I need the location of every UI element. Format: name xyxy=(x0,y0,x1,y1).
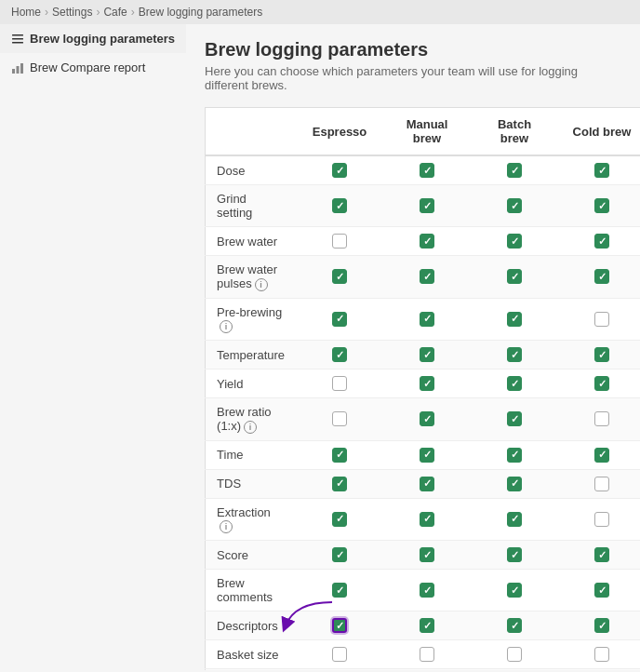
checkbox-espresso[interactable] xyxy=(332,618,347,633)
cell-espresso xyxy=(296,298,383,341)
checkbox-manual[interactable] xyxy=(420,647,434,662)
checkbox-manual[interactable] xyxy=(420,163,434,178)
checkbox-espresso[interactable] xyxy=(332,376,347,391)
row-label-grind-setting: Grind setting xyxy=(206,185,296,227)
cell-cold xyxy=(558,570,640,612)
cell-manual xyxy=(383,440,471,469)
checkbox-manual[interactable] xyxy=(420,448,434,463)
breadcrumb-cafe[interactable]: Cafe xyxy=(103,6,127,19)
checkbox-batch[interactable] xyxy=(507,512,522,527)
checkbox-espresso[interactable] xyxy=(332,163,347,178)
checkbox-batch[interactable] xyxy=(507,163,522,178)
sidebar-item-brew-compare[interactable]: Brew Compare report xyxy=(0,53,186,82)
cell-manual xyxy=(383,227,471,256)
cell-espresso xyxy=(296,498,383,541)
col-header-param xyxy=(206,108,296,156)
checkbox-espresso[interactable] xyxy=(332,198,347,213)
checkbox-batch[interactable] xyxy=(507,312,522,327)
checkbox-espresso[interactable] xyxy=(332,448,347,463)
checkbox-manual[interactable] xyxy=(420,583,434,598)
checkbox-batch[interactable] xyxy=(507,477,522,491)
checkbox-espresso[interactable] xyxy=(332,583,347,598)
cell-manual xyxy=(383,398,471,441)
cell-cold xyxy=(558,612,640,640)
cell-espresso xyxy=(296,440,383,469)
checkbox-espresso[interactable] xyxy=(332,312,347,327)
cell-cold xyxy=(558,227,640,256)
sidebar-item-brew-logging[interactable]: Brew logging parameters xyxy=(0,24,186,53)
checkbox-manual[interactable] xyxy=(420,269,434,284)
breadcrumb: Home › Settings › Cafe › Brew logging pa… xyxy=(0,0,640,24)
checkbox-batch[interactable] xyxy=(507,234,522,249)
checkbox-espresso[interactable] xyxy=(332,234,347,249)
checkbox-manual[interactable] xyxy=(420,618,434,633)
cell-cold xyxy=(558,298,640,341)
checkbox-cold[interactable] xyxy=(594,411,609,426)
checkbox-cold[interactable] xyxy=(594,234,609,249)
cell-manual xyxy=(383,298,471,341)
checkbox-cold[interactable] xyxy=(594,448,609,463)
checkbox-batch[interactable] xyxy=(507,618,522,633)
checkbox-batch[interactable] xyxy=(507,547,522,562)
checkbox-espresso[interactable] xyxy=(332,512,347,527)
row-label-pressure: Pressure xyxy=(206,669,296,670)
checkbox-batch[interactable] xyxy=(507,198,522,213)
checkbox-manual[interactable] xyxy=(420,312,434,327)
sidebar: Brew logging parameters Brew Compare rep… xyxy=(0,24,186,670)
checkbox-cold[interactable] xyxy=(594,618,609,633)
breadcrumb-home[interactable]: Home xyxy=(11,6,41,19)
checkbox-batch[interactable] xyxy=(507,647,522,662)
row-label-brew-comments: Brew comments xyxy=(206,570,296,612)
table-row: Extractioni xyxy=(206,498,640,541)
svg-rect-2 xyxy=(12,42,23,44)
cell-batch xyxy=(471,570,558,612)
checkbox-espresso[interactable] xyxy=(332,477,347,491)
cell-batch xyxy=(471,669,558,670)
params-table: Espresso Manual brew Batch brew Cold bre… xyxy=(205,107,640,670)
checkbox-cold[interactable] xyxy=(594,583,609,598)
checkbox-cold[interactable] xyxy=(594,547,609,562)
checkbox-manual[interactable] xyxy=(420,347,434,362)
cell-manual xyxy=(383,469,471,498)
cell-espresso xyxy=(296,570,383,612)
cell-manual xyxy=(383,640,471,669)
checkbox-batch[interactable] xyxy=(507,347,522,362)
checkbox-cold[interactable] xyxy=(594,376,609,391)
checkbox-batch[interactable] xyxy=(507,448,522,463)
checkbox-espresso[interactable] xyxy=(332,269,347,284)
cell-cold xyxy=(558,498,640,541)
checkbox-batch[interactable] xyxy=(507,583,522,598)
checkbox-manual[interactable] xyxy=(420,512,434,527)
checkbox-espresso[interactable] xyxy=(332,411,347,426)
checkbox-manual[interactable] xyxy=(420,234,434,249)
checkbox-batch[interactable] xyxy=(507,376,522,391)
checkbox-espresso[interactable] xyxy=(332,547,347,562)
checkbox-manual[interactable] xyxy=(420,411,434,426)
svg-rect-1 xyxy=(12,38,23,40)
cell-cold xyxy=(558,640,640,669)
checkbox-cold[interactable] xyxy=(594,269,609,284)
row-label-descriptors: Descriptors xyxy=(206,612,296,640)
col-header-cold: Cold brew xyxy=(558,108,640,156)
cell-cold xyxy=(558,341,640,370)
checkbox-cold[interactable] xyxy=(594,647,609,662)
checkbox-cold[interactable] xyxy=(594,477,609,491)
cell-cold xyxy=(558,370,640,398)
checkbox-manual[interactable] xyxy=(420,198,434,213)
cell-batch xyxy=(471,398,558,441)
checkbox-cold[interactable] xyxy=(594,198,609,213)
checkbox-cold[interactable] xyxy=(594,512,609,527)
cell-batch xyxy=(471,541,558,570)
checkbox-manual[interactable] xyxy=(420,547,434,562)
breadcrumb-settings[interactable]: Settings xyxy=(52,6,92,19)
checkbox-espresso[interactable] xyxy=(332,647,347,662)
checkbox-manual[interactable] xyxy=(420,477,434,491)
table-row: Descriptors xyxy=(206,612,640,640)
checkbox-cold[interactable] xyxy=(594,312,609,327)
checkbox-cold[interactable] xyxy=(594,163,609,178)
checkbox-espresso[interactable] xyxy=(332,347,347,362)
checkbox-batch[interactable] xyxy=(507,411,522,426)
checkbox-cold[interactable] xyxy=(594,347,609,362)
checkbox-manual[interactable] xyxy=(420,376,434,391)
checkbox-batch[interactable] xyxy=(507,269,522,284)
